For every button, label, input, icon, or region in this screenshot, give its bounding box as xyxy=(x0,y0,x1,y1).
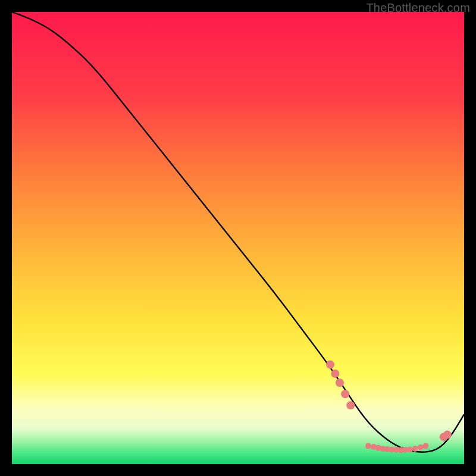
highlight-point xyxy=(422,443,428,449)
plot-area xyxy=(12,12,464,464)
chart-frame: TheBottleneck.com xyxy=(0,0,476,476)
highlight-point xyxy=(346,401,355,409)
highlight-point xyxy=(443,431,452,439)
highlight-point xyxy=(365,443,371,449)
highlight-point xyxy=(407,447,413,453)
chart-svg xyxy=(12,12,464,464)
highlight-point xyxy=(418,444,424,450)
highlight-point xyxy=(336,378,344,387)
highlight-point xyxy=(341,390,349,398)
gradient-background xyxy=(12,12,464,464)
highlight-point xyxy=(326,361,334,369)
highlight-point xyxy=(331,369,339,378)
highlight-point xyxy=(412,446,418,452)
